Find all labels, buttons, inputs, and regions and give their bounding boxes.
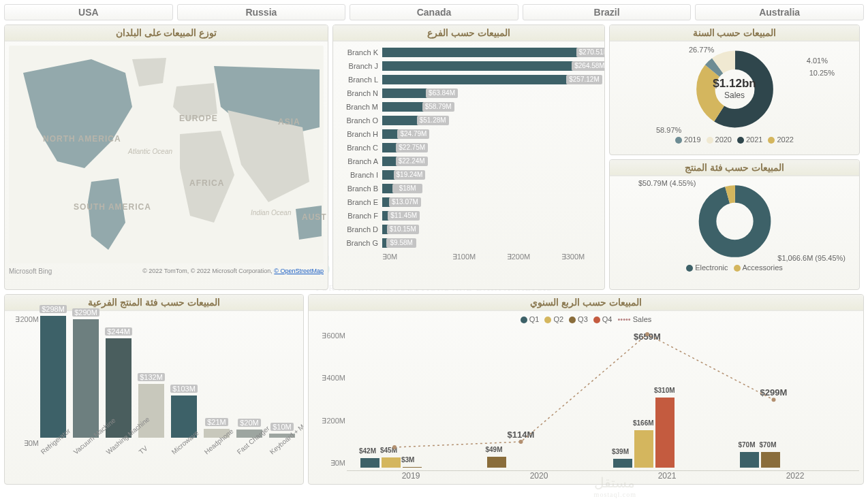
label-atlantic: Atlantic Ocean xyxy=(128,148,172,155)
legend-Q1[interactable]: Q1 xyxy=(521,315,540,323)
map-footer: Microsoft Bing © 2022 TomTom, © 2022 Mic… xyxy=(9,268,324,275)
subcat-bar: $298M xyxy=(40,316,66,438)
quarter-card: المبيعات حسب الربع السنوي Q1Q2Q3Q4••••• … xyxy=(308,294,864,485)
pct-2021: 58.97% xyxy=(656,126,681,134)
category-card: المبيعات حسب فئة المنتج $50.79M (4.55%) … xyxy=(609,159,860,290)
legend-Q3[interactable]: Q3 xyxy=(569,315,588,323)
year-title: المبيعات حسب السنة xyxy=(610,25,859,42)
label-north-america: NORTH AMERICA xyxy=(43,134,121,144)
year-center: $1.12bn Sales xyxy=(614,77,855,100)
branch-bar: Branch F $11.45M xyxy=(337,209,600,223)
branch-title: المبيعات حسب الفرع xyxy=(333,25,604,42)
legend-Q4[interactable]: Q4 xyxy=(593,315,613,323)
tab-australia[interactable]: Australia xyxy=(695,4,864,20)
branch-bar: Branch H $24.79M xyxy=(337,127,600,141)
bing-logo: Microsoft Bing xyxy=(9,268,52,275)
branch-bar: Branch L $257.12M xyxy=(337,73,600,86)
branch-bar: Branch C $22.75M xyxy=(337,141,600,155)
map-title: توزع المبيعات على البلدان xyxy=(5,25,328,42)
map-attrib: © 2022 TomTom, © 2022 Microsoft Corporat… xyxy=(142,268,274,274)
pct-2019: 4.01% xyxy=(807,56,828,65)
legend-item[interactable]: 2021 xyxy=(737,135,762,144)
svg-point-10 xyxy=(772,398,776,402)
pct-electronic: $1,066.6M (95.45%) xyxy=(777,254,846,262)
branch-bar: Branch B $18M xyxy=(337,182,600,195)
branch-bar: Branch I $19.24M xyxy=(337,168,600,182)
branch-bar: Branch J $264.58M xyxy=(337,59,600,73)
branch-bar: Branch O $51.28M xyxy=(337,114,600,127)
category-donut xyxy=(689,180,781,262)
tab-russia[interactable]: Russia xyxy=(177,4,346,20)
quarter-group: $39M$166M$310M xyxy=(613,398,675,468)
branch-bars: Branch K $270.51MBranch J $264.58MBranch… xyxy=(337,46,600,250)
label-indian: Indian Ocean xyxy=(251,209,292,216)
subcat-card: المبيعات حسب فئة المنتج الفرعية ∃200M∃0M… xyxy=(4,294,304,485)
svg-point-8 xyxy=(519,440,523,444)
quarter-yaxis: ∃600M∃400M ∃200M∃0M xyxy=(313,332,345,468)
category-legend: ElectronicAccessories xyxy=(614,263,855,272)
subcat-bars: $298M $290M $244M $132M $103M $21M $20M … xyxy=(40,315,299,438)
label-south-america: SOUTH AMERICA xyxy=(74,202,151,212)
pct-2020: 10.25% xyxy=(809,69,835,77)
tab-brazil[interactable]: Brazil xyxy=(523,4,692,20)
branch-card: المبيعات حسب الفرع Branch K $270.51MBran… xyxy=(332,25,605,290)
country-tabs: USARussiaCanadaBrazilAustralia xyxy=(4,4,864,20)
branch-bar: Branch E $13.07M xyxy=(337,195,600,209)
branch-bar: Branch K $270.51M xyxy=(337,46,600,59)
branch-bar: Branch A $22.24M xyxy=(337,155,600,168)
quarter-group: $49M xyxy=(487,457,506,468)
legend-sales[interactable]: ••••• Sales xyxy=(617,315,651,323)
legend-item[interactable]: 2020 xyxy=(707,135,732,144)
world-map[interactable]: NORTH AMERICA SOUTH AMERICA EUROPE AFRIC… xyxy=(9,46,324,263)
quarter-legend: Q1Q2Q3Q4••••• Sales xyxy=(313,315,859,323)
year-card: المبيعات حسب السنة $1.12bn Sales 26.77% … xyxy=(609,25,860,155)
quarter-group: $70M$70M xyxy=(740,452,780,468)
branch-axis: ∃0M∃100M∃200M∃300M xyxy=(382,253,600,261)
legend-item[interactable]: 2019 xyxy=(675,135,700,144)
legend-Q2[interactable]: Q2 xyxy=(544,315,563,323)
label-africa: AFRICA xyxy=(189,178,224,188)
label-europe: EUROPE xyxy=(179,114,218,123)
branch-bar: Branch G $9.58M xyxy=(337,236,600,250)
tab-usa[interactable]: USA xyxy=(4,4,173,20)
branch-bar: Branch N $63.84M xyxy=(337,86,600,100)
subcat-yaxis: ∃200M∃0M xyxy=(9,315,42,448)
legend-item[interactable]: Accessories xyxy=(734,263,783,272)
year-legend: 2019202020212022 xyxy=(614,135,855,144)
pct-accessories: $50.79M (4.55%) xyxy=(638,179,696,187)
tab-canada[interactable]: Canada xyxy=(350,4,518,20)
map-osm-link[interactable]: © OpenStreetMap xyxy=(274,268,324,274)
label-asia: ASIA xyxy=(278,117,300,127)
legend-item[interactable]: 2022 xyxy=(768,135,793,144)
legend-item[interactable]: Electronic xyxy=(686,263,728,272)
subcat-bar: $132M xyxy=(138,384,164,438)
label-australia: AUST xyxy=(302,212,327,222)
branch-bar: Branch D $10.15M xyxy=(337,223,600,236)
branch-bar: Branch M $58.79M xyxy=(337,100,600,114)
category-title: المبيعات حسب فئة المنتج xyxy=(610,160,859,176)
pct-2022: 26.77% xyxy=(689,46,714,54)
mostaql-watermark: مستقل mostaql.com xyxy=(594,474,636,498)
subcat-bar: $290M xyxy=(73,319,99,438)
quarter-chart: ∃600M∃400M ∃200M∃0M $42M$45M$3M$114M$49M… xyxy=(347,332,852,468)
subcat-xlabels: RefrigeratorVacuum MachineWashing Machin… xyxy=(40,440,299,448)
quarter-group: $42M$45M$3M xyxy=(360,457,422,468)
map-card: توزع المبيعات على البلدان xyxy=(4,25,328,290)
quarter-title: المبيعات حسب الربع السنوي xyxy=(309,295,863,311)
